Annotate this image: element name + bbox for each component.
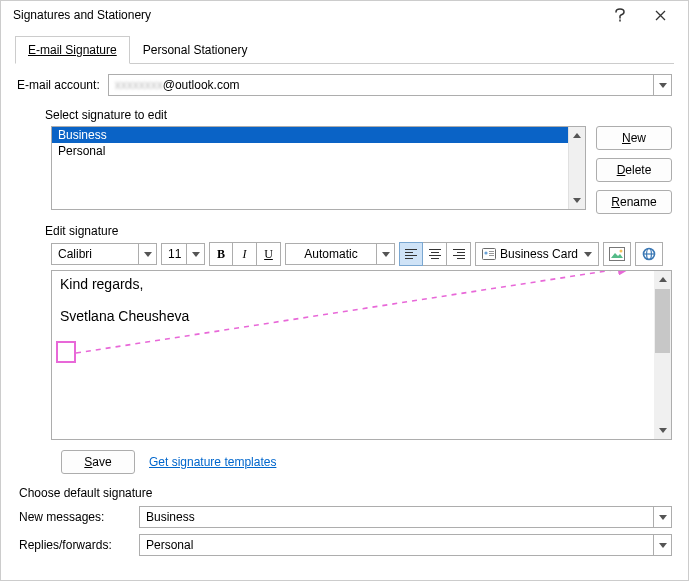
editor-line-1: Kind regards, <box>60 275 663 293</box>
signature-listbox[interactable]: Business Personal <box>51 126 586 210</box>
tab-strip: E-mail Signature Personal Stationery <box>15 35 674 64</box>
email-account-value: xxxxxxxx@outlook.com <box>109 78 653 92</box>
align-right-button[interactable] <box>447 242 471 266</box>
choose-default-section: Choose default signature New messages: B… <box>19 486 672 562</box>
templates-link[interactable]: Get signature templates <box>149 455 276 469</box>
scroll-thumb[interactable] <box>655 289 670 353</box>
editor-line-2: Svetlana Cheusheva <box>60 307 663 325</box>
select-signature-row: Business Personal New Delete Rename <box>51 126 672 214</box>
font-size-value: 11 <box>162 247 186 261</box>
svg-rect-2 <box>489 251 494 252</box>
chevron-down-icon <box>186 244 204 264</box>
tab-personal-stationery[interactable]: Personal Stationery <box>130 36 261 64</box>
titlebar: Signatures and Stationery <box>1 1 688 29</box>
svg-rect-4 <box>489 255 494 256</box>
new-messages-value: Business <box>140 510 653 524</box>
align-left-button[interactable] <box>399 242 423 266</box>
align-center-icon <box>429 249 441 259</box>
replies-combo[interactable]: Personal <box>139 534 672 556</box>
delete-button[interactable]: Delete <box>596 158 672 182</box>
editor-scrollbar[interactable] <box>654 271 671 439</box>
email-account-label: E-mail account: <box>17 78 100 92</box>
insert-hyperlink-button[interactable] <box>635 242 663 266</box>
font-size-combo[interactable]: 11 <box>161 243 205 265</box>
new-messages-combo[interactable]: Business <box>139 506 672 528</box>
save-row: Save Get signature templates <box>61 450 672 474</box>
scroll-up-icon[interactable] <box>654 271 671 288</box>
window-title: Signatures and Stationery <box>13 8 600 22</box>
bold-button[interactable]: B <box>209 242 233 266</box>
save-button[interactable]: Save <box>61 450 135 474</box>
close-button[interactable] <box>640 1 680 29</box>
chevron-down-icon <box>138 244 156 264</box>
scroll-down-icon[interactable] <box>654 422 671 439</box>
chevron-down-icon <box>376 244 394 264</box>
replies-row: Replies/forwards: Personal <box>19 534 672 556</box>
signatures-dialog: Signatures and Stationery E-mail Signatu… <box>0 0 689 581</box>
email-account-row: E-mail account: xxxxxxxx@outlook.com <box>17 74 672 96</box>
replies-value: Personal <box>140 538 653 552</box>
chevron-down-icon <box>584 252 592 257</box>
font-color-value: Automatic <box>286 247 376 261</box>
font-family-value: Calibri <box>52 247 138 261</box>
cursor-annotation <box>56 341 76 363</box>
business-card-button[interactable]: Business Card <box>475 242 599 266</box>
font-color-combo[interactable]: Automatic <box>285 243 395 265</box>
align-group <box>399 242 471 266</box>
help-button[interactable] <box>600 1 640 29</box>
signature-item-personal[interactable]: Personal <box>52 143 568 159</box>
signature-item-business[interactable]: Business <box>52 127 568 143</box>
tab-body: E-mail account: xxxxxxxx@outlook.com Sel… <box>15 64 674 564</box>
new-messages-row: New messages: Business <box>19 506 672 528</box>
signature-buttons: New Delete Rename <box>596 126 672 214</box>
card-icon <box>482 248 496 260</box>
align-left-icon <box>405 249 417 259</box>
replies-label: Replies/forwards: <box>19 538 139 552</box>
font-style-group: B I U <box>209 242 281 266</box>
edit-signature-label: Edit signature <box>45 224 672 238</box>
svg-rect-5 <box>610 248 625 261</box>
italic-button[interactable]: I <box>233 242 257 266</box>
new-messages-label: New messages: <box>19 510 139 524</box>
dialog-content: E-mail Signature Personal Stationery E-m… <box>1 29 688 578</box>
chevron-down-icon <box>653 535 671 555</box>
picture-icon <box>609 247 625 261</box>
underline-button[interactable]: U <box>257 242 281 266</box>
chevron-down-icon <box>653 507 671 527</box>
scroll-down-icon[interactable] <box>569 192 585 209</box>
chevron-down-icon <box>653 75 671 95</box>
business-card-label: Business Card <box>500 247 578 261</box>
insert-picture-button[interactable] <box>603 242 631 266</box>
listbox-scrollbar[interactable] <box>568 127 585 209</box>
rename-button[interactable]: Rename <box>596 190 672 214</box>
scroll-up-icon[interactable] <box>569 127 585 144</box>
tab-email-signature[interactable]: E-mail Signature <box>15 36 130 64</box>
email-account-combo[interactable]: xxxxxxxx@outlook.com <box>108 74 672 96</box>
signature-editor-wrap: Kind regards, Svetlana Cheusheva <box>51 270 672 440</box>
align-right-icon <box>453 249 465 259</box>
signature-editor[interactable]: Kind regards, Svetlana Cheusheva <box>52 271 671 439</box>
svg-point-7 <box>620 250 623 253</box>
formatting-toolbar: Calibri 11 B I U Automatic <box>51 242 672 266</box>
select-signature-label: Select signature to edit <box>45 108 672 122</box>
hyperlink-icon <box>641 247 657 261</box>
font-family-combo[interactable]: Calibri <box>51 243 157 265</box>
svg-rect-3 <box>489 253 494 254</box>
new-button[interactable]: New <box>596 126 672 150</box>
choose-default-header: Choose default signature <box>19 486 672 500</box>
svg-point-1 <box>484 251 487 254</box>
align-center-button[interactable] <box>423 242 447 266</box>
